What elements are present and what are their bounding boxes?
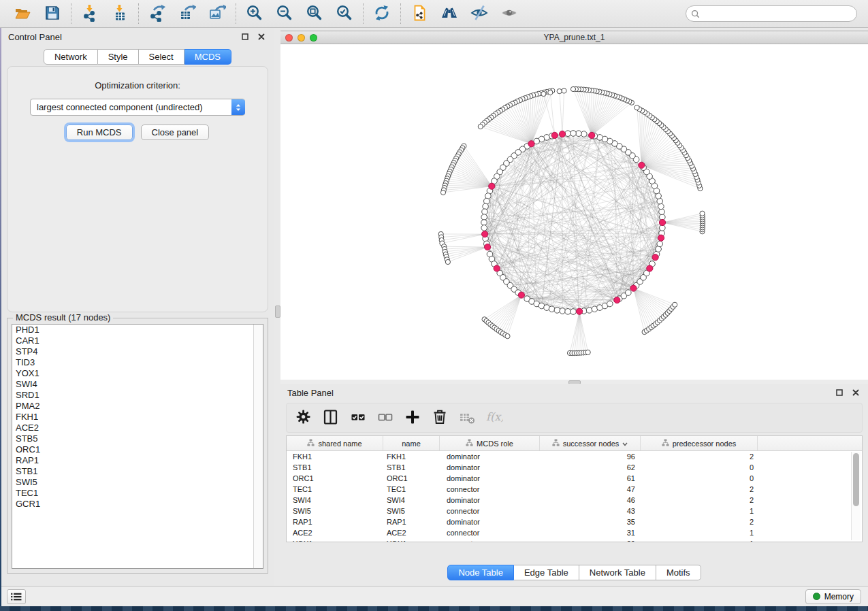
zoom-selected-button[interactable] <box>335 4 354 23</box>
sitemap-icon <box>307 439 315 448</box>
optimization-criterion-value: largest connected component (undirected) <box>31 102 231 112</box>
tab-mcds[interactable]: MCDS <box>184 49 231 65</box>
task-history-button[interactable] <box>7 589 26 604</box>
export-table-button[interactable] <box>178 4 197 23</box>
mcds-result-item[interactable]: YOX1 <box>12 368 263 379</box>
mcds-result-scrollbar[interactable] <box>253 325 263 568</box>
mcds-result-item[interactable]: ACE2 <box>12 423 263 433</box>
zoom-in-icon <box>246 4 263 24</box>
optimization-criterion-select[interactable]: largest connected component (undirected) <box>30 99 245 116</box>
column-header-successor-nodes[interactable]: successor nodes <box>540 436 641 450</box>
open-file-button[interactable] <box>13 4 32 23</box>
refresh-button[interactable] <box>372 4 391 23</box>
save-session-button[interactable] <box>43 4 62 23</box>
export-network-button[interactable] <box>148 4 167 23</box>
table-row[interactable]: STB1STB1dominator620 <box>287 462 862 473</box>
import-network-button[interactable] <box>80 4 99 23</box>
network-window-titlebar[interactable]: YPA_prune.txt_1 <box>280 31 868 44</box>
table-settings-button[interactable] <box>295 409 312 427</box>
mcds-result-item[interactable]: SWI5 <box>12 477 263 488</box>
mcds-result-item[interactable]: PMA2 <box>12 401 263 412</box>
tab-select[interactable]: Select <box>139 49 184 65</box>
column-header-predecessor-nodes[interactable]: predecessor nodes <box>641 436 758 450</box>
search-icon <box>691 9 700 21</box>
table-panel-float-button[interactable] <box>834 387 845 398</box>
table-cell: 46 <box>540 496 641 504</box>
column-header-shared-name[interactable]: shared name <box>287 436 383 450</box>
table-row[interactable]: SWI4SWI4dominator462 <box>287 495 862 506</box>
search-box <box>686 5 857 22</box>
mcds-result-title: MCDS result (17 nodes) <box>13 312 113 323</box>
search-binoculars-button[interactable] <box>440 4 459 23</box>
mcds-result-item[interactable]: STB1 <box>12 466 263 477</box>
delete-column-button[interactable] <box>431 409 449 427</box>
network-canvas[interactable] <box>280 44 868 380</box>
desktop-wallpaper-edge <box>0 28 1 606</box>
delete-table-icon <box>458 408 476 428</box>
main-toolbar <box>0 0 868 28</box>
show-all-icon <box>500 4 518 24</box>
table-row[interactable]: ORC1ORC1dominator610 <box>287 473 862 484</box>
mcds-result-item[interactable]: STP4 <box>12 346 263 357</box>
add-column-icon <box>404 408 421 428</box>
hide-selected-button[interactable] <box>470 4 489 23</box>
mcds-result-item[interactable]: SRD1 <box>12 390 263 401</box>
mcds-result-item[interactable]: FKH1 <box>12 412 263 423</box>
tab-node-table[interactable]: Node Table <box>447 565 514 580</box>
table-row[interactable]: YOX1YOX1connector291 <box>287 538 862 542</box>
table-cell: dominator <box>440 463 540 472</box>
close-panel-button[interactable]: Close panel <box>141 125 210 140</box>
mcds-result-item[interactable]: TEC1 <box>12 488 263 499</box>
show-all-button[interactable] <box>500 4 519 23</box>
control-panel-float-button[interactable] <box>240 31 251 42</box>
column-header-MCDS-role[interactable]: MCDS role <box>440 436 540 450</box>
table-row[interactable]: RAP1RAP1dominator352 <box>287 516 862 527</box>
select-stepper-icon <box>231 99 245 115</box>
table-cell: 2 <box>641 452 758 461</box>
mcds-result-item[interactable]: SWI4 <box>12 379 263 390</box>
tab-style[interactable]: Style <box>98 49 139 65</box>
table-row[interactable]: FKH1FKH1dominator962 <box>287 451 862 462</box>
zoom-out-button[interactable] <box>275 4 294 23</box>
mcds-result-item[interactable]: STB5 <box>12 433 263 444</box>
status-bar: Memory <box>0 586 868 606</box>
zoom-in-button[interactable] <box>245 4 264 23</box>
share-document-button[interactable] <box>410 4 429 23</box>
column-header-name[interactable]: name <box>383 436 440 450</box>
table-row[interactable]: SWI5SWI5connector431 <box>287 506 862 516</box>
vertical-splitter[interactable] <box>274 28 280 586</box>
save-session-icon <box>44 4 61 24</box>
search-input[interactable] <box>686 5 857 22</box>
table-cell: RAP1 <box>383 518 440 526</box>
table-cell: ORC1 <box>287 474 383 482</box>
mcds-result-item[interactable]: GCR1 <box>12 499 263 510</box>
memory-button[interactable]: Memory <box>805 589 861 604</box>
export-network-icon <box>148 4 166 24</box>
deselect-all-rows-button[interactable] <box>376 409 394 427</box>
run-mcds-button[interactable]: Run MCDS <box>66 125 133 140</box>
tab-edge-table[interactable]: Edge Table <box>514 565 579 580</box>
add-column-button[interactable] <box>404 409 421 427</box>
tab-motifs[interactable]: Motifs <box>656 565 701 580</box>
mcds-result-item[interactable]: PHD1 <box>12 325 263 335</box>
zoom-fit-button[interactable] <box>305 4 324 23</box>
select-all-rows-button[interactable] <box>349 409 367 427</box>
mcds-result-item[interactable]: TID3 <box>12 357 263 368</box>
tab-network-table[interactable]: Network Table <box>579 565 656 580</box>
tab-network[interactable]: Network <box>44 49 98 65</box>
table-row[interactable]: ACE2ACE2connector311 <box>287 527 862 538</box>
mcds-result-item[interactable]: ORC1 <box>12 444 263 455</box>
mcds-result-item[interactable]: CAR1 <box>12 335 263 346</box>
table-panel-close-button[interactable] <box>850 387 861 398</box>
table-settings-icon <box>295 408 312 428</box>
table-cell: 43 <box>540 507 641 515</box>
table-row[interactable]: TEC1TEC1connector472 <box>287 484 862 495</box>
table-scrollbar-thumb[interactable] <box>853 453 859 506</box>
show-columns-button[interactable] <box>322 409 340 427</box>
export-image-button[interactable] <box>208 4 227 23</box>
import-table-button[interactable] <box>110 4 129 23</box>
control-panel-close-button[interactable] <box>256 31 267 42</box>
table-scrollbar[interactable] <box>851 452 861 540</box>
table-toolbar: f(x) <box>286 403 863 433</box>
mcds-result-item[interactable]: RAP1 <box>12 455 263 466</box>
